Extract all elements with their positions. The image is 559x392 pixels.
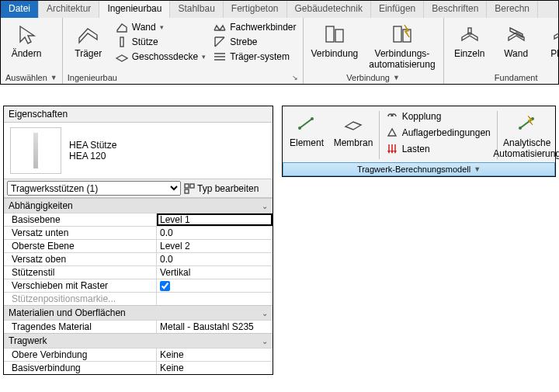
svg-point-10 (311, 117, 314, 120)
type-preview (10, 127, 61, 174)
instance-filter-select[interactable]: Tragwerksstützen (1) (7, 181, 181, 196)
type-name: HEA 120 (69, 151, 116, 161)
dropdown-icon[interactable]: ▼ (50, 74, 57, 82)
group-abhaengigkeiten[interactable]: Abhängigkeiten⌄ (4, 198, 273, 213)
svg-rect-0 (120, 37, 123, 47)
kopplung-button[interactable]: Kopplung (384, 109, 492, 123)
properties-title: Eigenschaften (4, 106, 273, 123)
svg-rect-2 (335, 29, 343, 42)
modify-button[interactable]: Ändern (5, 20, 47, 61)
panel2-title[interactable]: Tragwerk-Berechnungsmodell▼ (283, 162, 555, 176)
verbindung-button[interactable]: Verbindung (308, 20, 362, 61)
svg-rect-7 (190, 184, 194, 188)
value-material[interactable]: Metall - Baustahl S235 (156, 321, 273, 333)
label-versatz-oben: Versatz oben (4, 253, 156, 265)
stuetze-button[interactable]: Stütze (114, 35, 207, 49)
strebe-button[interactable]: Strebe (212, 35, 297, 49)
label-oberste-ebene: Oberste Ebene (4, 240, 156, 252)
svg-rect-8 (185, 189, 189, 193)
analytical-model-panel: Element Membran Kopplung Auflagerbedingu… (282, 106, 556, 177)
membran-button[interactable]: Membran (332, 109, 374, 161)
fundament-wand-button[interactable]: Wand (495, 20, 537, 61)
label-material: Tragendes Material (4, 321, 156, 333)
verbindung-auto-button[interactable]: Verbindungs- automatisierung (366, 20, 438, 71)
traegersystem-button[interactable]: Träger-system (212, 50, 297, 64)
group-verbindung: Verbindung (346, 73, 390, 82)
auflager-button[interactable]: Auflagerbedingungen (384, 126, 492, 140)
tab-ingenieurbau[interactable]: Ingenieurbau (99, 1, 170, 18)
svg-point-9 (298, 127, 301, 130)
group-tragwerk[interactable]: Tragwerk⌄ (4, 333, 273, 348)
label-versatz-unten: Versatz unten (4, 227, 156, 239)
value-basisebene[interactable]: Level 1 (156, 213, 273, 226)
label-obere-verbindung: Obere Verbindung (4, 349, 156, 361)
checkbox-verschieben-raster[interactable] (160, 281, 170, 291)
lasten-button[interactable]: Lasten (384, 142, 492, 156)
value-oberste-ebene[interactable]: Level 2 (156, 240, 273, 252)
traeger-button[interactable]: Träger (68, 20, 109, 61)
group-materialien[interactable]: Materialien und Oberflächen⌄ (4, 305, 273, 320)
svg-point-11 (519, 127, 522, 130)
svg-rect-6 (185, 184, 189, 188)
svg-rect-1 (326, 26, 334, 42)
dropdown-icon[interactable]: ▼ (393, 74, 400, 82)
tab-einfuegen[interactable]: Einfügen (371, 1, 424, 18)
label-verschieben-raster: Verschieben mit Raster (4, 279, 156, 292)
label-stuetzenstil: Stützenstil (4, 266, 156, 279)
fundament-einzeln-button[interactable]: Einzeln (449, 20, 491, 61)
element-button[interactable]: Element (286, 109, 328, 161)
value-obere-verbindung[interactable]: Keine (156, 349, 273, 361)
ribbon-tabs: Datei Architektur Ingenieurbau Stahlbau … (1, 1, 558, 18)
tab-file[interactable]: Datei (1, 1, 39, 18)
group-ingenieurbau: Ingenieurbau (68, 73, 117, 82)
tab-gebaeudetechnik[interactable]: Gebäudetechnik (287, 1, 371, 18)
fachwerkbinder-button[interactable]: Fachwerkbinder (212, 20, 297, 34)
tab-beschriften[interactable]: Beschriften (424, 1, 487, 18)
geschossdecke-button[interactable]: Geschossdecke▾ (114, 50, 207, 64)
fundament-platte-button[interactable]: Platte (542, 20, 559, 61)
value-stuetzenstil[interactable]: Vertikal (156, 266, 273, 279)
group-fundament: Fundament (495, 73, 538, 82)
group-auswaehlen: Auswählen (5, 73, 47, 82)
edit-type-button[interactable]: Typ bearbeiten (184, 183, 259, 194)
label-basisebene: Basisebene (4, 213, 156, 226)
value-versatz-unten[interactable]: 0.0 (156, 227, 273, 239)
svg-rect-3 (394, 26, 401, 42)
tab-berechnen[interactable]: Berechn (487, 1, 538, 18)
tab-fertigbeton[interactable]: Fertigbeton (224, 1, 287, 18)
properties-panel: Eigenschaften HEA Stütze HEA 120 Tragwer… (3, 106, 273, 375)
label-stuetzenposition: Stützenpositionsmarkie... (4, 293, 156, 305)
dialog-launcher-icon[interactable]: ↘ (292, 74, 298, 82)
value-versatz-oben[interactable]: 0.0 (156, 253, 273, 265)
wand-button[interactable]: Wand▾ (114, 20, 207, 34)
value-basisverbindung[interactable]: Keine (156, 362, 273, 374)
tab-architektur[interactable]: Architektur (39, 1, 99, 18)
label-basisverbindung: Basisverbindung (4, 362, 156, 374)
analytische-auto-button[interactable]: Analytische Automatisierung (502, 109, 552, 161)
tab-stahlbau[interactable]: Stahlbau (170, 1, 223, 18)
family-name: HEA Stütze (69, 140, 116, 151)
